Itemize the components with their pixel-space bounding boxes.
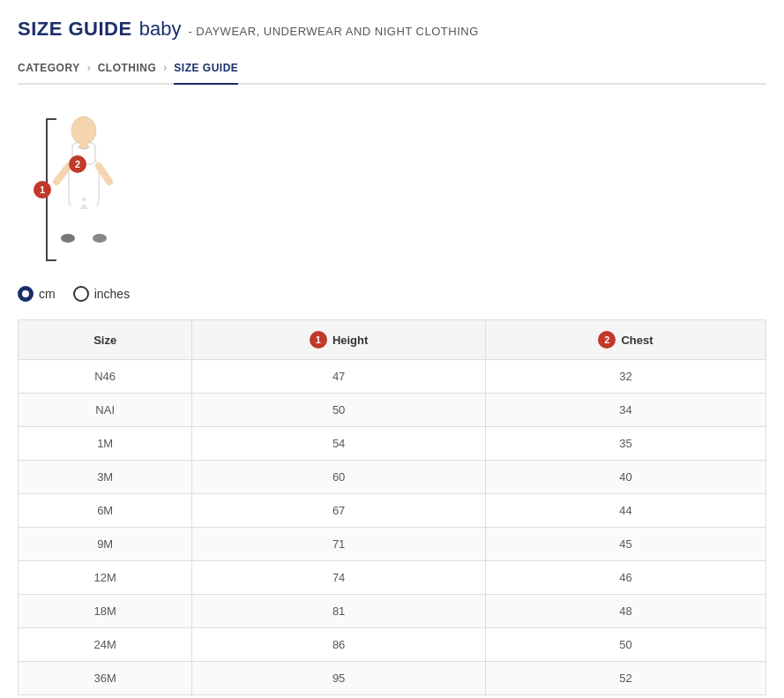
cell-height: 81 — [192, 595, 486, 628]
cm-option[interactable]: cm — [18, 286, 56, 302]
cell-chest: 40 — [485, 461, 765, 494]
table-row: 36M9552 — [19, 662, 766, 695]
cell-chest: 35 — [485, 427, 765, 461]
height-badge: 1 — [34, 181, 51, 199]
cell-chest: 45 — [485, 528, 765, 561]
cell-size: NAI — [19, 394, 192, 427]
chest-badge: 2 — [69, 155, 86, 173]
table-row: 1M5435 — [19, 427, 766, 461]
svg-point-9 — [93, 234, 107, 243]
col-height-badge: 1 — [310, 331, 327, 349]
title-main: SIZE GUIDE — [18, 18, 132, 41]
cell-size: 3M — [19, 461, 192, 494]
page-title-section: SIZE GUIDE baby - DAYWEAR, UNDERWEAR AND… — [18, 18, 766, 41]
breadcrumb: CATEGORY › CLOTHING › SIZE GUIDE — [18, 53, 766, 85]
svg-line-7 — [92, 206, 97, 235]
cell-height: 47 — [192, 360, 486, 394]
svg-point-8 — [61, 234, 75, 243]
table-row: 18M8148 — [19, 595, 766, 628]
breadcrumb-sep-1: › — [87, 62, 91, 74]
cell-size: 24M — [19, 628, 192, 662]
cm-radio[interactable] — [18, 286, 34, 302]
cell-height: 71 — [192, 528, 486, 561]
figure-section: 1 — [18, 111, 766, 268]
cell-size: 6M — [19, 494, 192, 528]
table-row: 3M6040 — [19, 461, 766, 494]
svg-line-5 — [99, 166, 109, 182]
svg-line-4 — [56, 166, 69, 182]
cell-size: 18M — [19, 595, 192, 628]
inches-radio[interactable] — [73, 286, 89, 302]
inches-label: inches — [94, 287, 130, 301]
cell-chest: 32 — [485, 360, 765, 394]
breadcrumb-size-guide: SIZE GUIDE — [174, 62, 238, 85]
col-height: 1 Height — [192, 320, 486, 360]
cell-chest: 34 — [485, 394, 765, 427]
table-row: 9M7145 — [19, 528, 766, 561]
unit-toggle[interactable]: cm inches — [18, 286, 766, 302]
page-wrapper: SIZE GUIDE baby - DAYWEAR, UNDERWEAR AND… — [0, 0, 784, 698]
cell-chest: 52 — [485, 662, 765, 695]
bracket-top — [46, 118, 56, 120]
col-chest-badge: 2 — [598, 331, 616, 349]
cm-label: cm — [39, 287, 56, 301]
title-sub: baby — [139, 18, 182, 41]
cell-height: 50 — [192, 394, 486, 427]
table-row: NAI5034 — [19, 394, 766, 427]
cell-chest: 48 — [485, 595, 765, 628]
table-row: 24M8650 — [19, 628, 766, 662]
cell-chest: 46 — [485, 561, 765, 595]
title-desc: - DAYWEAR, UNDERWEAR AND NIGHT CLOTHING — [188, 25, 478, 38]
cell-chest: 44 — [485, 494, 765, 528]
cell-height: 74 — [192, 561, 486, 595]
table-row: N464732 — [19, 360, 766, 394]
breadcrumb-category[interactable]: CATEGORY — [18, 62, 80, 74]
svg-rect-3 — [79, 141, 88, 148]
svg-point-11 — [82, 205, 86, 208]
cell-size: 12M — [19, 561, 192, 595]
baby-figure-container: 1 — [18, 111, 115, 268]
cell-height: 67 — [192, 494, 486, 528]
cell-height: 60 — [192, 461, 486, 494]
cell-size: 36M — [19, 662, 192, 695]
cell-size: 9M — [19, 528, 192, 561]
cell-height: 86 — [192, 628, 486, 662]
breadcrumb-sep-2: › — [163, 62, 167, 74]
table-row: 6M6744 — [19, 494, 766, 528]
baby-figure-svg — [18, 111, 115, 266]
cell-height: 95 — [192, 662, 486, 695]
col-chest: 2 Chest — [485, 320, 765, 360]
size-table: Size 1 Height 2 Chest N464732NAI50341M54… — [18, 319, 766, 695]
badge-1-container: 1 — [34, 181, 51, 199]
inches-option[interactable]: inches — [73, 286, 130, 302]
svg-line-6 — [71, 206, 76, 235]
cell-size: N46 — [19, 360, 192, 394]
bracket-bottom — [46, 259, 56, 261]
breadcrumb-clothing[interactable]: CLOTHING — [98, 62, 157, 74]
svg-point-10 — [82, 198, 86, 201]
svg-point-0 — [71, 116, 96, 145]
col-size: Size — [19, 320, 192, 360]
badge-2-container: 2 — [69, 155, 86, 173]
cell-size: 1M — [19, 427, 192, 461]
cell-chest: 50 — [485, 628, 765, 662]
table-row: 12M7446 — [19, 561, 766, 595]
cell-height: 54 — [192, 427, 486, 461]
